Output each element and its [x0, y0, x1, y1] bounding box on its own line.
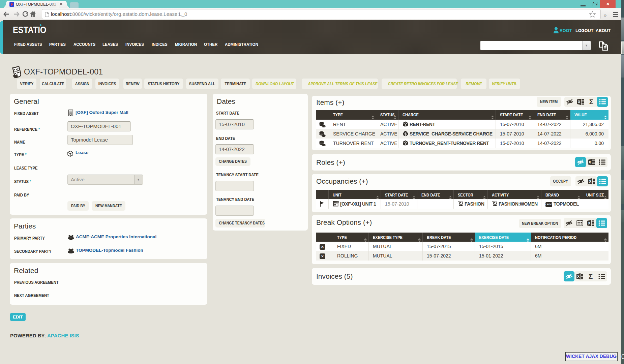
svg-text:X: X — [589, 160, 591, 164]
svg-text:X: X — [577, 274, 580, 278]
svg-text:X: X — [589, 179, 592, 183]
svg-text:X: X — [588, 221, 591, 225]
svg-text:X: X — [578, 100, 581, 104]
